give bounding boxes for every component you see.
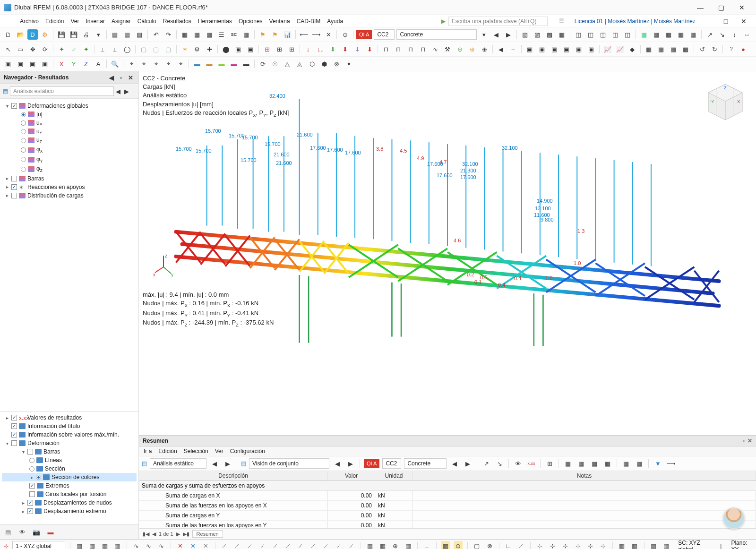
calc-icon[interactable]: ▦ — [241, 29, 251, 40]
sb-i10-icon[interactable]: ✕ — [201, 541, 210, 549]
cube2-icon[interactable]: ▣ — [245, 44, 256, 54]
pg-tab[interactable]: Resumen — [192, 530, 223, 538]
tree-despnud[interactable]: Desplazamientos de nudos — [43, 499, 112, 506]
tree-py[interactable]: φY — [36, 156, 43, 163]
sm-t5-icon[interactable]: ⊞ — [544, 458, 555, 469]
tree-infotit[interactable]: Información del título — [27, 423, 80, 429]
radio-uy[interactable] — [21, 129, 26, 134]
license-icon[interactable]: ☰ — [559, 18, 564, 25]
w5-icon[interactable]: ⬡ — [307, 59, 317, 69]
sb-g1-icon[interactable]: ▦ — [366, 541, 375, 549]
arrow-l-icon[interactable]: ◀ — [496, 44, 506, 54]
ax-z-icon[interactable]: Z — [81, 59, 91, 69]
tree-barras2[interactable]: Barras — [43, 448, 60, 455]
sm-cc[interactable]: CC2 — [382, 458, 401, 469]
r3-icon[interactable]: ▬ — [216, 59, 227, 69]
st2-icon[interactable]: ▣ — [537, 44, 547, 54]
graph2-icon[interactable]: 📈 — [602, 44, 613, 54]
menu-calculo[interactable]: Cálculo — [137, 18, 156, 25]
cube-icon[interactable]: ▣ — [233, 44, 243, 54]
box2-icon[interactable]: ▢ — [151, 44, 161, 54]
sb-ax-icon[interactable]: ∟ — [422, 541, 431, 549]
chk-barras[interactable] — [11, 176, 17, 181]
tree-deform2[interactable]: Deformación — [27, 440, 60, 446]
sb-g3-icon[interactable]: ⊕ — [391, 541, 400, 549]
sb-coord-icon[interactable]: ⊹ — [4, 543, 9, 549]
radio-u[interactable] — [21, 112, 26, 117]
table1-icon[interactable]: ▦ — [180, 29, 190, 40]
summary-float-icon[interactable]: ▫ — [743, 437, 745, 444]
box1-icon[interactable]: ▢ — [138, 44, 149, 54]
arrow2-icon[interactable]: ↘ — [717, 29, 727, 40]
graph-icon[interactable]: 📊 — [282, 29, 292, 40]
w8-icon[interactable]: ✦ — [344, 59, 354, 69]
star-icon[interactable]: ✶ — [180, 44, 190, 54]
sm-t4-icon[interactable]: x.xx — [526, 458, 536, 469]
cube-view-icon[interactable]: ▣ — [3, 59, 13, 69]
prev-cc-icon[interactable]: ◀ — [491, 29, 501, 40]
minimize-button[interactable]: — — [690, 1, 711, 14]
sm-t12-icon[interactable]: ⟶ — [666, 458, 676, 469]
hdr-notes[interactable]: Notas — [413, 471, 756, 480]
cross-icon[interactable]: ✕ — [323, 29, 334, 40]
r5-icon[interactable]: ▬ — [241, 59, 251, 69]
snap4-icon[interactable]: ⌖ — [163, 59, 173, 69]
chk-infomax[interactable] — [11, 432, 17, 437]
cc-select[interactable]: CC2 — [374, 29, 395, 40]
user-avatar[interactable] — [723, 507, 745, 529]
sb-c2-icon[interactable]: ⟋ — [516, 541, 525, 549]
sb-g2-icon[interactable]: ▦ — [378, 541, 387, 549]
mesh3-icon[interactable]: ⊞ — [286, 44, 297, 54]
grid1-icon[interactable]: ▦ — [639, 29, 649, 40]
table-row[interactable]: Suma de las fuerzas en los apoyos en Y 0… — [139, 521, 756, 528]
menu-asignar[interactable]: Asignar — [112, 18, 131, 25]
load1-icon[interactable]: ↓ — [303, 44, 313, 54]
sm-t10-icon[interactable]: ▦ — [621, 458, 631, 469]
inner-close-button[interactable]: ✕ — [738, 15, 749, 28]
view-a-icon[interactable]: ▧ — [520, 29, 530, 40]
save-all-icon[interactable]: 💾 — [69, 29, 79, 40]
view-d-icon[interactable]: ▦ — [557, 29, 567, 40]
sb-a9-icon[interactable]: ⟋ — [321, 541, 330, 549]
sb-a6-icon[interactable]: ⟋ — [284, 541, 292, 549]
mesh-icon[interactable]: ⊞ — [262, 44, 272, 54]
dim-icon[interactable]: ⟂ — [97, 44, 108, 54]
w3-icon[interactable]: △ — [282, 59, 292, 69]
sm-t2-icon[interactable]: ↘ — [494, 458, 505, 469]
load4-icon[interactable]: ⬇ — [340, 44, 350, 54]
tree-seccol[interactable]: Sección de colores — [52, 474, 99, 480]
radio-px[interactable] — [21, 147, 26, 153]
sm-t1-icon[interactable]: ↗ — [481, 458, 491, 469]
view-e-icon[interactable]: ◫ — [573, 29, 584, 40]
menu-ventana[interactable]: Ventana — [269, 18, 290, 25]
ax-x-icon[interactable]: X — [56, 59, 67, 69]
navtab-eye-icon[interactable]: 👁 — [17, 527, 27, 537]
qia-badge[interactable]: QI A — [356, 30, 372, 39]
summary-grid[interactable]: Descripción Valor Unidad Notas Suma de c… — [139, 471, 756, 528]
sm-next1-icon[interactable]: ▶ — [223, 458, 233, 469]
tree-despext[interactable]: Desplazamiento extremo — [43, 508, 106, 515]
hdr-desc[interactable]: Descripción — [139, 471, 328, 480]
redo-icon[interactable]: ↷ — [163, 29, 173, 40]
sb-h1-icon[interactable]: ▦ — [441, 541, 450, 549]
sm-filter-icon[interactable]: ▼ — [653, 458, 663, 469]
display-tree[interactable]: ▸x.xxValores de resultados Información d… — [0, 411, 138, 524]
close-button[interactable]: ✕ — [731, 1, 752, 14]
sb-a1-icon[interactable]: ⟋ — [220, 541, 229, 549]
graph3-icon[interactable]: 📈 — [615, 44, 625, 54]
menu-insertar[interactable]: Insertar — [86, 18, 105, 25]
menu-opciones[interactable]: Opciones — [239, 18, 263, 25]
summary-close-icon[interactable]: ✕ — [747, 437, 752, 444]
q-icon[interactable]: ？ — [726, 44, 736, 54]
grid-group[interactable]: Suma de cargas y suma de esfuerzos en ap… — [139, 481, 756, 491]
sc-icon[interactable]: SC — [229, 29, 239, 40]
radio-seccol[interactable] — [36, 475, 41, 480]
arrow4-icon[interactable]: ↔ — [741, 29, 752, 40]
analysis-next-icon[interactable]: ▶ — [122, 86, 131, 96]
tree-valores[interactable]: Valores de resultados — [27, 414, 82, 421]
ref1-icon[interactable]: ↺ — [697, 44, 707, 54]
sb-i6-icon[interactable]: ∿ — [145, 541, 154, 549]
sm-ccname[interactable]: Concrete — [404, 458, 447, 469]
grid5-icon[interactable]: ▦ — [688, 29, 698, 40]
chk-react[interactable] — [11, 184, 17, 190]
